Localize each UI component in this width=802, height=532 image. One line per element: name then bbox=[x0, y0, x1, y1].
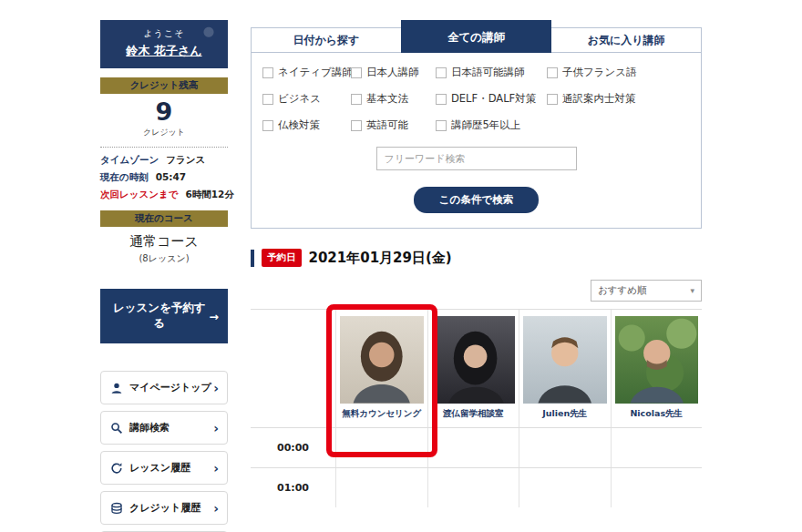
checkbox-box bbox=[262, 67, 273, 78]
schedule-slot bbox=[335, 468, 427, 507]
reservation-date-badge: 予約日 bbox=[262, 249, 302, 267]
current-time-label: 現在の時刻 bbox=[100, 171, 149, 184]
filter-row-3: 仏検対策 英語可能 講師歴5年以上 bbox=[262, 118, 690, 132]
schedule-slot bbox=[427, 468, 519, 507]
filter-row-1: ネイティブ講師 日本人講師 日本語可能講師 子供フランス語 bbox=[262, 66, 690, 79]
next-lesson-label: 次回レッスンまで bbox=[100, 189, 178, 201]
time-row-0100: 01:00 bbox=[251, 467, 702, 507]
sidebar-item-lesson-history[interactable]: レッスン履歴 › bbox=[100, 451, 228, 485]
schedule-slot bbox=[519, 428, 611, 467]
sidebar-item-teacher-search[interactable]: 講師検索 › bbox=[100, 411, 228, 445]
teacher-name: Nicolas先生 bbox=[615, 408, 699, 420]
course-detail: (8レッスン) bbox=[100, 252, 228, 265]
chevron-right-icon: › bbox=[213, 462, 219, 475]
schedule-slot bbox=[335, 428, 427, 467]
time-label: 00:00 bbox=[251, 428, 335, 467]
checkbox-kids-french[interactable]: 子供フランス語 bbox=[547, 66, 637, 79]
teacher-card-study-abroad[interactable]: 渡仏留学相談室 bbox=[427, 310, 519, 427]
credit-balance-value: 9 bbox=[100, 97, 228, 126]
checkbox-japanese-teacher[interactable]: 日本人講師 bbox=[351, 66, 436, 79]
sort-dropdown[interactable]: おすすめ順 ▾ bbox=[591, 280, 702, 302]
schedule-slot bbox=[427, 428, 519, 467]
reserve-lesson-label: レッスンを予約する bbox=[109, 301, 210, 332]
user-icon bbox=[109, 381, 123, 394]
schedule-slot bbox=[611, 468, 703, 507]
sort-dropdown-value: おすすめ順 bbox=[598, 284, 646, 297]
teacher-photo bbox=[432, 316, 516, 404]
chevron-right-icon: › bbox=[213, 382, 219, 394]
tab-search-by-date[interactable]: 日付から探す bbox=[251, 27, 402, 53]
filter-row-2: ビジネス 基本文法 DELF・DALF対策 通訳案内士対策 bbox=[262, 92, 690, 106]
chevron-down-icon: ▾ bbox=[690, 286, 694, 295]
schedule-slot bbox=[519, 468, 611, 507]
teacher-name: 渡仏留学相談室 bbox=[432, 408, 516, 420]
time-label: 01:00 bbox=[251, 468, 335, 507]
next-lesson-row: 次回レッスンまで 6時間12分 bbox=[100, 189, 228, 201]
teacher-card-nicolas[interactable]: Nicolas先生 bbox=[611, 310, 703, 427]
history-icon bbox=[109, 461, 123, 475]
next-lesson-value: 6時間12分 bbox=[185, 189, 233, 201]
teacher-header-row: 無料カウンセリング 渡仏留学相談室 Julien先生 bbox=[251, 310, 702, 427]
teacher-photo bbox=[340, 316, 424, 404]
sidebar-item-mypage-top[interactable]: マイページトップ › bbox=[100, 371, 228, 404]
arrow-right-icon: → bbox=[210, 310, 219, 323]
sidebar-item-label: レッスン履歴 bbox=[129, 461, 190, 475]
current-time-row: 現在の時刻 05:47 bbox=[100, 171, 228, 184]
current-course-header: 現在のコース bbox=[100, 210, 228, 227]
divider bbox=[100, 147, 228, 148]
tab-all-teachers[interactable]: 全ての講師 bbox=[401, 20, 552, 53]
chevron-right-icon: › bbox=[213, 502, 219, 515]
checkbox-box bbox=[262, 94, 273, 105]
timezone-label: タイムゾーン bbox=[100, 154, 159, 167]
checkbox-box bbox=[351, 94, 362, 105]
sidebar-item-label: マイページトップ bbox=[129, 381, 211, 394]
checkbox-business[interactable]: ビジネス bbox=[262, 92, 351, 106]
checkbox-box bbox=[547, 67, 558, 78]
reservation-date: 2021年01月29日(金) bbox=[309, 250, 452, 267]
booking-date-header: 予約日 2021年01月29日(金) bbox=[251, 249, 702, 267]
checkbox-box bbox=[436, 67, 447, 78]
checkbox-box bbox=[351, 67, 362, 78]
time-column-spacer bbox=[251, 310, 335, 427]
main-content: 日付から探す 全ての講師 お気に入り講師 ネイティブ講師 日本人講師 日本語可能… bbox=[251, 20, 702, 532]
checkbox-box bbox=[547, 94, 558, 105]
sidebar-item-credit-history[interactable]: クレジット履歴 › bbox=[100, 491, 228, 525]
teacher-card-julien[interactable]: Julien先生 bbox=[519, 310, 611, 427]
checkbox-box bbox=[351, 120, 362, 131]
credit-balance-header: クレジット残高 bbox=[100, 77, 228, 94]
teacher-name: Julien先生 bbox=[523, 408, 607, 420]
checkbox-native-teacher[interactable]: ネイティブ講師 bbox=[262, 66, 351, 79]
checkbox-delf-dalf[interactable]: DELF・DALF対策 bbox=[436, 92, 547, 106]
coins-icon bbox=[109, 501, 123, 515]
username-link[interactable]: 鈴木 花子さん bbox=[106, 43, 222, 59]
checkbox-box bbox=[262, 120, 273, 131]
checkbox-basic-grammar[interactable]: 基本文法 bbox=[351, 92, 436, 106]
welcome-box: ようこそ 鈴木 花子さん bbox=[100, 20, 228, 68]
checkbox-box bbox=[436, 120, 447, 131]
sidebar: ようこそ 鈴木 花子さん クレジット残高 9 クレジット タイムゾーン フランス… bbox=[100, 20, 228, 532]
checkbox-japanese-capable[interactable]: 日本語可能講師 bbox=[436, 66, 547, 79]
checkbox-5years-experience[interactable]: 講師歴5年以上 bbox=[436, 118, 547, 132]
search-with-conditions-button[interactable]: この条件で検索 bbox=[414, 187, 539, 213]
teacher-name: 無料カウンセリング bbox=[340, 408, 424, 420]
teacher-card-free-counseling[interactable]: 無料カウンセリング bbox=[335, 310, 427, 427]
course-name: 通常コース bbox=[100, 233, 228, 251]
checkbox-box bbox=[436, 94, 447, 105]
schedule-slot bbox=[611, 428, 703, 467]
teacher-photo bbox=[615, 316, 699, 404]
timezone-row: タイムゾーン フランス bbox=[100, 154, 228, 167]
checkbox-interpreter-guide[interactable]: 通訳案内士対策 bbox=[547, 92, 636, 106]
tab-favorite-teachers[interactable]: お気に入り講師 bbox=[550, 27, 702, 53]
keyword-search-input[interactable] bbox=[376, 147, 577, 170]
reserve-lesson-button[interactable]: レッスンを予約する → bbox=[100, 289, 228, 343]
time-row-0000: 00:00 bbox=[251, 427, 702, 467]
section-marker bbox=[251, 250, 254, 267]
checkbox-english-capable[interactable]: 英語可能 bbox=[351, 118, 436, 132]
filter-panel: ネイティブ講師 日本人講師 日本語可能講師 子供フランス語 ビジネス 基本文法 … bbox=[251, 53, 702, 229]
chevron-right-icon: › bbox=[213, 422, 219, 435]
sort-row: おすすめ順 ▾ bbox=[251, 280, 702, 302]
checkbox-futsuken[interactable]: 仏検対策 bbox=[262, 118, 351, 132]
timezone-value: フランス bbox=[166, 154, 205, 167]
page: ようこそ 鈴木 花子さん クレジット残高 9 クレジット タイムゾーン フランス… bbox=[100, 20, 702, 532]
welcome-greeting: ようこそ bbox=[106, 27, 222, 40]
